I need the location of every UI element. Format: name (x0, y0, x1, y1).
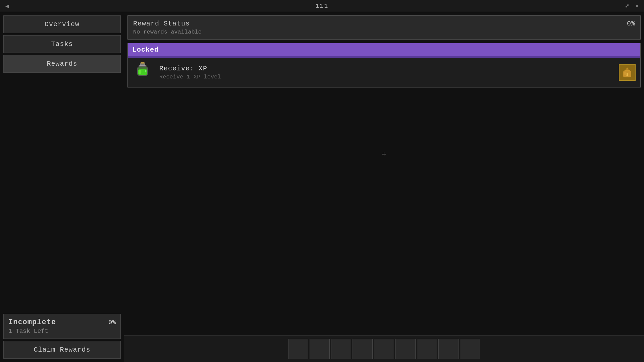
window-container: ◀ 111 ⤢ ✕ Overview Tasks Rewards Incompl… (0, 0, 644, 362)
incomplete-panel: Incomplete 0% 1 Task Left (3, 314, 121, 339)
top-bar-left: ◀ (3, 2, 11, 10)
back-arrow-icon[interactable]: ◀ (3, 2, 11, 10)
inventory-slot-3 (331, 339, 351, 359)
inventory-slot-5 (374, 339, 394, 359)
reward-status-left: Reward Status No rewards available (133, 20, 202, 35)
inventory-slot-2 (310, 339, 330, 359)
svg-rect-6 (145, 70, 147, 72)
locked-section: Locked (127, 43, 641, 87)
reward-status-title: Reward Status (133, 20, 202, 27)
window-title: 111 (316, 3, 328, 9)
reward-status-percent: 0% (627, 20, 635, 27)
svg-rect-4 (139, 70, 142, 73)
svg-rect-5 (138, 67, 147, 69)
xp-bottle-icon (132, 62, 154, 83)
svg-rect-9 (141, 62, 144, 64)
top-bar-right: ⤢ ✕ (623, 2, 641, 10)
sidebar: Overview Tasks Rewards Incomplete 0% 1 T… (0, 12, 124, 362)
svg-rect-12 (625, 70, 630, 71)
reward-status-subtitle: No rewards available (133, 29, 202, 35)
close-icon[interactable]: ✕ (633, 2, 641, 10)
main-content: Reward Status No rewards available 0% Lo… (124, 12, 644, 362)
inventory-slot-6 (395, 339, 416, 359)
reward-badge-icon: $ (619, 64, 636, 81)
reward-text: Receive: XP Receive 1 XP level (159, 65, 613, 80)
incomplete-title: Incomplete (8, 318, 56, 326)
svg-rect-16 (624, 72, 626, 75)
incomplete-header: Incomplete 0% (8, 318, 116, 326)
inventory-slot-7 (417, 339, 437, 359)
reward-desc: Receive 1 XP level (159, 74, 613, 80)
inventory-slot-4 (353, 339, 373, 359)
sidebar-bottom: Incomplete 0% 1 Task Left Claim Rewards (3, 314, 121, 359)
reward-status-panel: Reward Status No rewards available 0% (127, 15, 641, 40)
content-area: + (127, 87, 641, 222)
reward-name: Receive: XP (159, 65, 613, 72)
locked-label: Locked (132, 46, 159, 54)
inventory-slot-9 (460, 339, 480, 359)
bottom-inventory-bar (124, 335, 644, 362)
resize-icon[interactable]: ⤢ (623, 2, 631, 10)
top-bar: ◀ 111 ⤢ ✕ (0, 0, 644, 12)
locked-header: Locked (128, 43, 640, 56)
svg-rect-14 (627, 68, 628, 69)
svg-text:$: $ (626, 73, 628, 77)
tasks-button[interactable]: Tasks (3, 35, 121, 53)
incomplete-percent: 0% (108, 319, 116, 326)
crosshair-icon: + (382, 150, 386, 159)
claim-rewards-button[interactable]: Claim Rewards (3, 341, 121, 359)
reward-item: Receive: XP Receive 1 XP level (128, 58, 640, 87)
overview-button[interactable]: Overview (3, 15, 121, 33)
inventory-slot-8 (438, 339, 459, 359)
inventory-slot-1 (288, 339, 308, 359)
rewards-button[interactable]: Rewards (3, 55, 121, 73)
incomplete-subtitle: 1 Task Left (8, 328, 116, 335)
